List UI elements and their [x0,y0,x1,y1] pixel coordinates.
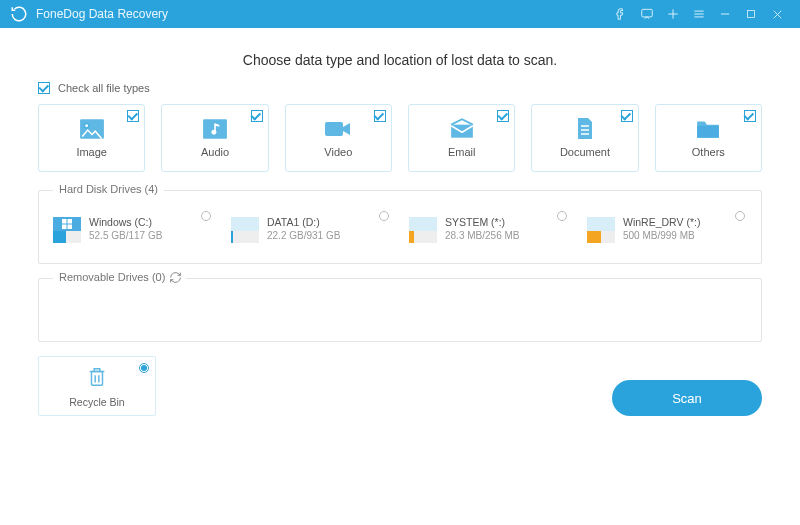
type-label: Email [448,146,476,158]
facebook-icon[interactable] [608,0,634,28]
svg-rect-21 [92,371,103,385]
recycle-bin-card[interactable]: Recycle Bin [38,356,156,416]
check-all-label: Check all file types [58,82,150,94]
email-icon [448,118,476,140]
close-icon[interactable] [764,0,790,28]
plus-icon[interactable] [660,0,686,28]
hdd-section: Hard Disk Drives (4) Windows (C:)52.5 GB… [38,190,762,264]
svg-rect-18 [68,219,73,224]
drive-radio[interactable] [557,211,567,221]
feedback-icon[interactable] [634,0,660,28]
recycle-radio-selected[interactable] [139,363,149,373]
hdd-section-title: Hard Disk Drives (4) [53,183,164,195]
drive-radio[interactable] [201,211,211,221]
svg-rect-17 [62,219,67,224]
type-checkbox[interactable] [251,110,263,122]
type-card-image[interactable]: Image [38,104,145,172]
drive-size: 28.3 MB/256 MB [445,229,519,242]
audio-icon [201,118,229,140]
removable-section-title: Removable Drives (0) [53,271,171,283]
svg-rect-0 [642,9,653,17]
image-icon [78,118,106,140]
check-all-checkbox[interactable] [38,82,50,94]
svg-rect-20 [68,225,73,230]
type-card-audio[interactable]: Audio [161,104,268,172]
type-checkbox[interactable] [621,110,633,122]
type-label: Others [692,146,725,158]
drive-icon [587,215,615,243]
type-label: Audio [201,146,229,158]
svg-rect-7 [748,11,755,18]
svg-rect-16 [697,126,719,138]
svg-rect-19 [62,225,67,230]
svg-rect-14 [325,122,343,136]
folder-icon [694,118,722,140]
trash-icon [86,365,108,392]
recycle-bin-label: Recycle Bin [69,396,124,408]
drive-name: SYSTEM (*:) [445,216,519,230]
type-checkbox[interactable] [127,110,139,122]
drive-size: 52.5 GB/117 GB [89,229,162,242]
menu-icon[interactable] [686,0,712,28]
svg-rect-15 [451,125,473,138]
type-checkbox[interactable] [497,110,509,122]
scan-button[interactable]: Scan [612,380,762,416]
type-card-email[interactable]: Email [408,104,515,172]
video-icon [324,118,352,140]
app-logo-icon [10,5,28,23]
drive-name: WinRE_DRV (*:) [623,216,700,230]
drive-card[interactable]: WinRE_DRV (*:)500 MB/999 MB [583,209,751,249]
file-type-row: Image Audio Video Email Document Others [38,104,762,172]
drive-card[interactable]: DATA1 (D:)22.2 GB/931 GB [227,209,395,249]
page-headline: Choose data type and location of lost da… [38,52,762,68]
app-title: FoneDog Data Recovery [36,7,168,21]
svg-point-11 [84,124,88,128]
type-label: Document [560,146,610,158]
drive-card[interactable]: Windows (C:)52.5 GB/117 GB [49,209,217,249]
drive-icon [231,215,259,243]
drive-radio[interactable] [735,211,745,221]
type-card-document[interactable]: Document [531,104,638,172]
type-label: Image [76,146,107,158]
type-card-others[interactable]: Others [655,104,762,172]
document-icon [571,118,599,140]
type-card-video[interactable]: Video [285,104,392,172]
check-all-row[interactable]: Check all file types [38,82,762,94]
drive-size: 22.2 GB/931 GB [267,229,340,242]
type-label: Video [324,146,352,158]
drive-icon [53,215,81,243]
minimize-icon[interactable] [712,0,738,28]
refresh-icon[interactable] [165,271,186,287]
drive-name: DATA1 (D:) [267,216,340,230]
titlebar: FoneDog Data Recovery [0,0,800,28]
removable-section: Removable Drives (0) [38,278,762,342]
drive-card[interactable]: SYSTEM (*:)28.3 MB/256 MB [405,209,573,249]
type-checkbox[interactable] [744,110,756,122]
drive-size: 500 MB/999 MB [623,229,700,242]
maximize-icon[interactable] [738,0,764,28]
drive-icon [409,215,437,243]
svg-point-13 [211,130,216,135]
type-checkbox[interactable] [374,110,386,122]
drive-radio[interactable] [379,211,389,221]
drive-name: Windows (C:) [89,216,162,230]
